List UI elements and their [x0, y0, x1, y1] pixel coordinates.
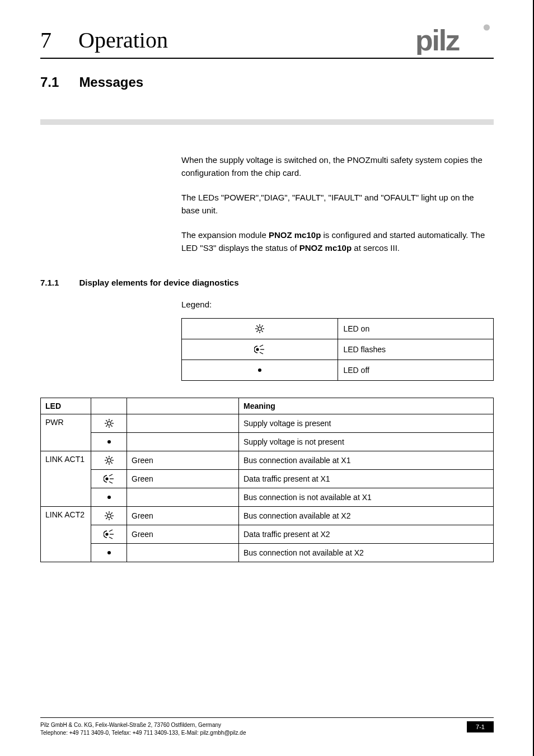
legend-table: LED on LED flashes LED off: [181, 318, 494, 381]
cell-color: [127, 414, 239, 433]
footer-rule: [40, 717, 494, 718]
cell-meaning: Bus connection available at X2: [239, 507, 494, 525]
brand-logo: pilz: [415, 24, 494, 57]
led-on-icon: [91, 414, 127, 433]
cell-meaning: Bus connection not available at X2: [239, 544, 494, 562]
led-flash-icon: [91, 525, 127, 544]
legend-text: LED off: [338, 360, 494, 381]
p3-d: PNOZ mc10p: [299, 243, 352, 253]
led-off-icon: [91, 433, 127, 451]
paragraph-2: The LEDs "POWER","DIAG", "FAULT", "IFAUL…: [181, 192, 494, 217]
legend-text: LED on: [338, 319, 494, 339]
paragraph-1: When the supply voltage is switched on, …: [181, 154, 494, 179]
cell-color: [127, 433, 239, 451]
cell-color: Green: [127, 470, 239, 488]
chapter-title: Operation: [78, 27, 168, 53]
led-off-icon: [91, 544, 127, 562]
cell-color: Green: [127, 451, 239, 470]
cell-color: Green: [127, 525, 239, 544]
section-divider-bar: [40, 119, 494, 125]
header-meaning: Meaning: [239, 398, 494, 414]
chapter-number: 7: [40, 27, 51, 53]
footer-line-2: Telephone: +49 711 3409-0, Telefax: +49 …: [40, 730, 246, 736]
table-header-row: LED Meaning: [41, 398, 494, 414]
header-color: [127, 398, 239, 414]
diagnostics-table: LED Meaning PWR Supply voltage is presen…: [40, 398, 494, 562]
led-flash-icon: [91, 470, 127, 488]
subsection-title: Display elements for device diagnostics: [79, 278, 238, 287]
legend-label: Legend:: [181, 300, 494, 309]
cell-led: PWR: [41, 414, 91, 451]
p3-b: PNOZ mc10p: [269, 230, 321, 240]
cell-meaning: Bus connection is not available at X1: [239, 488, 494, 507]
led-on-icon: [91, 507, 127, 525]
heading-rule: [40, 58, 494, 59]
led-on-icon: [182, 319, 338, 339]
legend-row: LED flashes: [182, 339, 494, 360]
table-row: Green Data traffic present at X1: [41, 470, 494, 488]
cell-led: LINK ACT1: [41, 451, 91, 507]
section-title: Messages: [79, 74, 143, 90]
legend-row: LED on: [182, 319, 494, 339]
footer-line-1: Pilz GmbH & Co. KG, Felix-Wankel-Straße …: [40, 722, 221, 728]
cell-color: Green: [127, 507, 239, 525]
svg-point-14: [484, 24, 490, 30]
table-row: LINK ACT2 Green Bus connection available…: [41, 507, 494, 525]
cell-meaning: Supply voltage is present: [239, 414, 494, 433]
p3-a: The expansion module: [181, 230, 269, 240]
led-flash-icon: [182, 339, 338, 360]
table-row: LINK ACT1 Green Bus connection available…: [41, 451, 494, 470]
header-led: LED: [41, 398, 91, 414]
table-row: Bus connection is not available at X1: [41, 488, 494, 507]
cell-color: [127, 488, 239, 507]
cell-color: [127, 544, 239, 562]
section-number: 7.1: [40, 74, 59, 90]
led-off-icon: [182, 360, 338, 381]
page-number-badge: 7-1: [467, 721, 494, 732]
footer-address: Pilz GmbH & Co. KG, Felix-Wankel-Straße …: [40, 721, 246, 737]
cell-meaning: Bus connection available at X1: [239, 451, 494, 470]
cell-meaning: Data traffic present at X1: [239, 470, 494, 488]
legend-text: LED flashes: [338, 339, 494, 360]
cell-led: LINK ACT2: [41, 507, 91, 562]
table-row: PWR Supply voltage is present: [41, 414, 494, 433]
table-row: Supply voltage is not present: [41, 433, 494, 451]
paragraph-3: The expansion module PNOZ mc10p is confi…: [181, 229, 494, 254]
p3-e: at sercos III.: [352, 243, 400, 253]
svg-text:pilz: pilz: [415, 24, 460, 55]
table-row: Green Data traffic present at X2: [41, 525, 494, 544]
led-on-icon: [91, 451, 127, 470]
legend-row: LED off: [182, 360, 494, 381]
header-symbol: [91, 398, 127, 414]
cell-meaning: Data traffic present at X2: [239, 525, 494, 544]
cell-meaning: Supply voltage is not present: [239, 433, 494, 451]
led-off-icon: [91, 488, 127, 507]
subsection-number: 7.1.1: [40, 278, 59, 287]
table-row: Bus connection not available at X2: [41, 544, 494, 562]
